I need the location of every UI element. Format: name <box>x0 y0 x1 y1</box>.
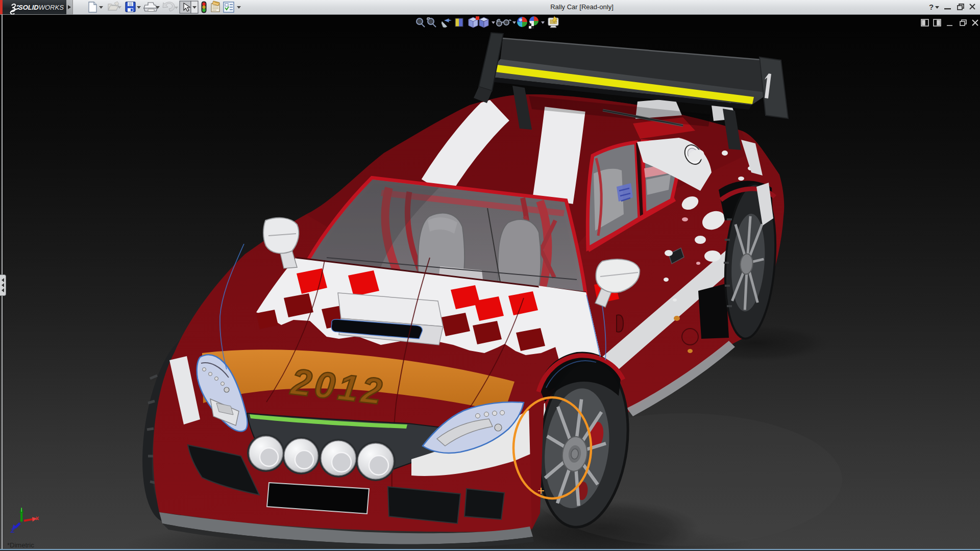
svg-text:?: ? <box>929 3 934 11</box>
